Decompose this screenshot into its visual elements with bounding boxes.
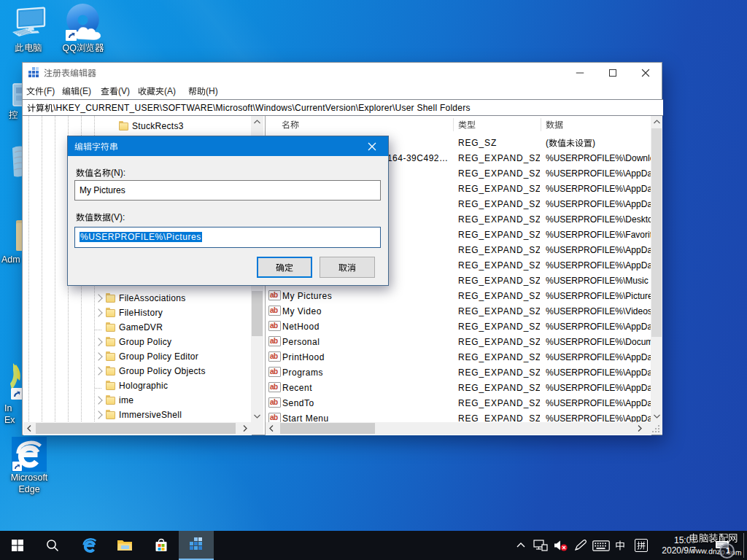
taskbar-regedit-button[interactable] bbox=[179, 531, 214, 560]
registry-value-row[interactable]: abNetHoodREG_EXPAND_SZ%USERPROFILE%\AppD… bbox=[266, 319, 651, 334]
scroll-down-icon[interactable] bbox=[254, 414, 260, 419]
menu-item[interactable]: (F) bbox=[26, 86, 55, 96]
taskbar-edge-button[interactable] bbox=[72, 531, 107, 560]
taskbar: 15:00 2020/9/7 bbox=[0, 531, 747, 560]
folder-icon bbox=[106, 351, 116, 361]
desktop-icon-qq-browser[interactable]: QQ bbox=[59, 1, 107, 54]
scroll-left-icon[interactable] bbox=[27, 425, 31, 432]
taskbar-explorer-button[interactable] bbox=[107, 531, 142, 560]
resize-grip[interactable] bbox=[651, 424, 660, 433]
value-data: %USERPROFILE%\AppData\Roaming\Microsoft\… bbox=[546, 322, 651, 332]
close-button[interactable] bbox=[629, 63, 662, 82]
minimize-button[interactable] bbox=[563, 63, 596, 82]
menu-item[interactable]: (H) bbox=[188, 86, 218, 96]
tray-clock[interactable]: 15:00 2020/9/7 bbox=[608, 535, 696, 556]
dialog-titlebar[interactable] bbox=[68, 136, 388, 156]
menu-item[interactable]: (E) bbox=[62, 86, 91, 96]
value-data: %USERPROFILE%\Music bbox=[546, 276, 651, 286]
value-type: REG_EXPAND_SZ bbox=[458, 199, 540, 209]
folder-icon bbox=[119, 121, 129, 131]
scroll-right-icon[interactable] bbox=[638, 425, 642, 432]
value-data: %USERPROFILE%\AppData\Local bbox=[546, 260, 651, 271]
regedit-titlebar[interactable] bbox=[23, 63, 662, 82]
window-title bbox=[44, 68, 96, 78]
registry-value-row[interactable]: abMy VideoREG_EXPAND_SZ%USERPROFILE%\Vid… bbox=[266, 303, 651, 319]
cancel-button[interactable] bbox=[320, 257, 375, 278]
value-type: REG_EXPAND_SZ bbox=[458, 245, 540, 255]
value-name-input[interactable]: My Pictures bbox=[74, 180, 381, 201]
tree-item-label: Group Policy bbox=[119, 337, 171, 347]
registry-value-row[interactable]: abSendToREG_EXPAND_SZ%USERPROFILE%\AppDa… bbox=[266, 395, 651, 411]
scroll-right-icon[interactable] bbox=[243, 425, 247, 432]
scrollbar-thumb[interactable] bbox=[651, 128, 662, 337]
expand-chevron-icon[interactable] bbox=[94, 294, 102, 302]
registry-value-row[interactable]: abProgramsREG_EXPAND_SZ%USERPROFILE%\App… bbox=[266, 365, 651, 380]
tree-item-label: Holographic bbox=[119, 381, 168, 391]
column-header-data[interactable] bbox=[546, 120, 563, 130]
value-type: REG_EXPAND_SZ bbox=[458, 337, 540, 347]
this-pc-icon bbox=[9, 4, 47, 42]
tree-horizontal-scrollbar[interactable] bbox=[23, 422, 251, 435]
folder-icon bbox=[106, 308, 116, 317]
dialog-close-button[interactable] bbox=[360, 136, 384, 156]
expand-chevron-icon[interactable] bbox=[94, 367, 102, 375]
address-bar[interactable]: \HKEY_CURRENT_USER\SOFTWARE\Microsoft\Wi… bbox=[23, 99, 663, 116]
folder-icon bbox=[106, 366, 116, 376]
show-desktop-separator[interactable] bbox=[743, 533, 744, 558]
scroll-down-icon[interactable] bbox=[654, 414, 660, 419]
tray-volume-muted-icon[interactable] bbox=[551, 531, 570, 560]
value-data: %USERPROFILE%\AppData\Roaming\Microsoft\… bbox=[546, 383, 651, 393]
scrollbar-thumb[interactable] bbox=[36, 423, 236, 434]
tray-network-icon[interactable] bbox=[532, 531, 549, 560]
value-name-label: (N): bbox=[76, 168, 125, 178]
value-type: REG_SZ bbox=[458, 138, 540, 148]
value-name: Recent bbox=[282, 383, 452, 393]
expand-chevron-icon[interactable] bbox=[94, 338, 102, 346]
scroll-left-icon[interactable] bbox=[269, 425, 274, 432]
registry-value-row[interactable]: abPersonalREG_EXPAND_SZ%USERPROFILE%\Doc… bbox=[266, 334, 651, 349]
scroll-up-icon[interactable] bbox=[654, 120, 660, 124]
expand-chevron-icon[interactable] bbox=[94, 352, 102, 360]
qq-browser-icon bbox=[59, 1, 107, 42]
column-header-type[interactable] bbox=[458, 120, 476, 130]
taskbar-store-button[interactable] bbox=[144, 531, 179, 560]
folder-icon bbox=[106, 322, 116, 332]
desktop-icon-label: Microsoft Edge bbox=[5, 472, 53, 495]
taskbar-search-button[interactable] bbox=[35, 531, 70, 560]
expand-chevron-icon[interactable] bbox=[94, 396, 102, 404]
string-value-icon: ab bbox=[268, 397, 281, 408]
column-header-name[interactable] bbox=[282, 120, 299, 130]
scroll-up-icon[interactable] bbox=[254, 120, 260, 124]
value-data-input[interactable]: %USERPROFILE%\Pictures bbox=[74, 227, 381, 248]
address-text: \HKEY_CURRENT_USER\SOFTWARE\Microsoft\Wi… bbox=[27, 103, 471, 113]
desktop-icon-this-pc[interactable] bbox=[4, 4, 53, 54]
registry-value-row[interactable]: abPrintHoodREG_EXPAND_SZ%USERPROFILE%\Ap… bbox=[266, 349, 651, 365]
registry-value-row[interactable]: abMy PicturesREG_EXPAND_SZ%USERPROFILE%\… bbox=[266, 288, 651, 303]
value-data: %USERPROFILE%\Desktop bbox=[546, 214, 651, 225]
edge-tile bbox=[12, 437, 47, 472]
value-data: () bbox=[546, 138, 651, 148]
expand-chevron-icon[interactable] bbox=[94, 308, 102, 316]
desktop-icon-internet-explorer-partial[interactable]: In Ex bbox=[0, 362, 25, 426]
string-value-icon: ab bbox=[268, 336, 281, 346]
ok-button[interactable] bbox=[257, 257, 312, 278]
tray-pen-icon[interactable] bbox=[572, 531, 589, 560]
scrollbar-thumb[interactable] bbox=[280, 423, 375, 434]
tree-item-label: Group Policy Objects bbox=[119, 366, 206, 376]
value-type: REG_EXPAND_SZ bbox=[458, 230, 540, 240]
expand-chevron-icon[interactable] bbox=[94, 411, 102, 419]
registry-value-row[interactable]: abRecentREG_EXPAND_SZ%USERPROFILE%\AppDa… bbox=[266, 380, 651, 395]
desktop-icon-microsoft-edge[interactable]: Microsoft Edge bbox=[5, 437, 53, 495]
maximize-button[interactable] bbox=[596, 63, 629, 82]
tray-time: 15:00 bbox=[608, 535, 696, 545]
list-vertical-scrollbar[interactable] bbox=[651, 116, 662, 422]
tray-chevron-up-icon[interactable] bbox=[512, 531, 530, 560]
menu-item[interactable]: (V) bbox=[101, 86, 130, 96]
string-value-icon: ab bbox=[268, 321, 281, 331]
scrollbar-thumb[interactable] bbox=[252, 291, 263, 336]
menu-item[interactable]: (A) bbox=[138, 86, 176, 96]
desktop-icon-admin-folder-partial[interactable]: Adm bbox=[0, 217, 23, 265]
value-data: %USERPROFILE%\AppData\Roaming\Microsoft\… bbox=[546, 398, 651, 408]
start-button[interactable] bbox=[0, 531, 35, 560]
list-horizontal-scrollbar[interactable] bbox=[266, 422, 651, 435]
